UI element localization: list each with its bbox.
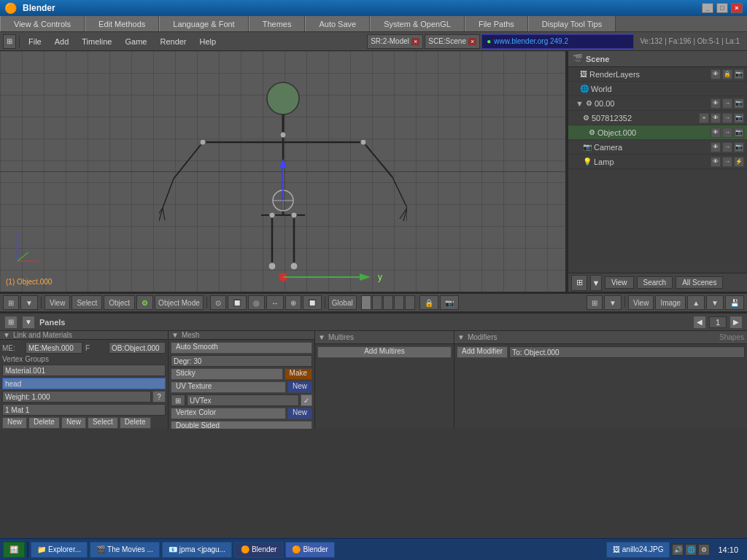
taskbar-blender2[interactable]: 🟠 Blender [285, 542, 334, 558]
menu-file[interactable]: File [23, 36, 47, 47]
taskbar-explorer[interactable]: 📁 Explorer... [31, 542, 88, 558]
page-prev[interactable]: ◀ [693, 316, 706, 329]
vt-view[interactable]: View [44, 295, 71, 310]
vt-pivot[interactable]: ⊙ [210, 295, 226, 310]
sr-dropdown[interactable]: SR:2-Model × [367, 34, 423, 49]
outliner-item-camera[interactable]: 📷 Camera 👁 → 📷 [568, 140, 747, 155]
renderlayers-cam[interactable]: 📷 [734, 69, 744, 79]
degr-input[interactable]: Degr: 30 [171, 355, 312, 367]
mesh-eye[interactable]: 👁 [711, 113, 721, 123]
vc-new-btn[interactable]: New [287, 408, 312, 419]
me-input[interactable]: ME:Mesh.000 [26, 342, 82, 354]
make-btn[interactable]: Make [285, 368, 312, 380]
vg-new-btn[interactable]: New [2, 417, 27, 429]
ot-icon[interactable]: ⊞ [587, 295, 603, 310]
ot-save[interactable]: 💾 [725, 295, 744, 310]
ot-arrow-up[interactable]: ▲ [687, 295, 705, 310]
ot-arrow-down[interactable]: ▼ [706, 295, 724, 310]
weight-input[interactable]: Weight: 1.000 [2, 391, 151, 402]
search-button[interactable]: Search [637, 276, 673, 289]
outliner-item-lamp[interactable]: 💡 Lamp 👁 → ⚡ [568, 155, 747, 169]
vt-mirror[interactable]: ↔ [266, 295, 284, 310]
camera-eye[interactable]: 👁 [711, 142, 721, 152]
tab-auto-save[interactable]: Auto Save [305, 16, 370, 31]
menu-game[interactable]: Game [119, 36, 152, 47]
obj-arrow[interactable]: → [722, 128, 732, 138]
uvtex-input[interactable]: UVTex [187, 394, 299, 406]
tray-icon-3[interactable]: ⚙ [698, 544, 710, 556]
taskbar-mail[interactable]: 📧 jpma <jpagu... [162, 542, 232, 558]
outliner-item-507812352[interactable]: ⚙ 507812352 × 👁 → 📷 [568, 111, 747, 125]
viewport-3d[interactable]: y (1) Object.000 Z X [0, 51, 567, 292]
tray-icon-2[interactable]: 🌐 [685, 544, 697, 556]
lamp-arrow[interactable]: → [722, 157, 732, 167]
layer-btn-5[interactable] [405, 295, 415, 310]
view-button[interactable]: View [605, 276, 634, 289]
modifier-to-input[interactable]: To: Object.000 [509, 346, 745, 358]
ob-input[interactable]: OB:Object.000 [109, 342, 166, 354]
tab-language-font[interactable]: Language & Font [159, 16, 248, 31]
vt-mask[interactable]: 🔲 [303, 295, 322, 310]
action-eye[interactable]: 👁 [711, 98, 721, 109]
panel-expand[interactable]: ▼ [22, 316, 35, 329]
taskbar-tray-item[interactable]: 🖼 anillo24.JPG [606, 542, 670, 558]
outliner-item-object000[interactable]: ⚙ Object.000 👁 → 📷 [568, 125, 747, 140]
menu-render[interactable]: Render [154, 36, 192, 47]
action-arrow[interactable]: → [722, 98, 732, 109]
uvtex-checkbox[interactable]: ✓ [301, 394, 312, 406]
mesh-arrow[interactable]: → [722, 113, 732, 123]
minimize-button[interactable]: _ [702, 3, 713, 13]
sr-close[interactable]: × [411, 38, 419, 45]
uvtex-icon[interactable]: ⊞ [171, 394, 185, 406]
sce-close[interactable]: × [468, 38, 476, 45]
menu-add[interactable]: Add [49, 36, 75, 47]
editor-type-icon[interactable]: ⊞ [3, 34, 16, 49]
lamp-flash[interactable]: ⚡ [734, 157, 744, 167]
outliner-item-world[interactable]: 🌐 World [568, 82, 747, 96]
vg-new2-btn[interactable]: New [61, 417, 86, 429]
close-button[interactable]: × [731, 3, 743, 13]
layer-btn-3[interactable] [383, 295, 393, 310]
start-button[interactable]: 🪟 [3, 542, 25, 558]
taskbar-blender1[interactable]: 🟠 Blender [234, 542, 283, 558]
vt-expand[interactable]: ▼ [20, 295, 38, 310]
outliner-item-0000[interactable]: ▼ ⚙ 00.00 👁 → 📷 [568, 96, 747, 111]
tab-view-controls[interactable]: View & Controls [0, 16, 85, 31]
camera-cam[interactable]: 📷 [734, 142, 744, 152]
mesh-x[interactable]: × [699, 113, 709, 123]
outliner-item-renderlayers[interactable]: 🖼 RenderLayers 👁 🔒 📷 [568, 67, 747, 82]
camera-arrow[interactable]: → [722, 142, 732, 152]
tab-themes[interactable]: Themes [249, 16, 306, 31]
renderlayers-eye[interactable]: 👁 [711, 69, 721, 79]
vt-mode-icon[interactable]: ⚙ [136, 295, 153, 310]
vt-lock[interactable]: 🔒 [419, 295, 438, 310]
action-cam[interactable]: 📷 [734, 98, 744, 109]
vt-mode-dropdown[interactable]: Object Mode [155, 295, 204, 310]
renderlayers-lock[interactable]: 🔒 [722, 69, 732, 79]
tab-system-opengl[interactable]: System & OpenGL [370, 16, 465, 31]
vt-object[interactable]: Object [104, 295, 135, 310]
vertex-color-btn[interactable]: Vertex Color [171, 408, 286, 419]
uv-texture-btn[interactable]: UV Texture [171, 381, 286, 393]
ot-image[interactable]: Image [655, 295, 686, 310]
layer-btn-2[interactable] [372, 295, 382, 310]
obj-cam[interactable]: 📷 [734, 128, 744, 138]
add-modifier-btn[interactable]: Add Modifier [457, 346, 508, 358]
page-next[interactable]: ▶ [729, 316, 743, 329]
mat-num-input[interactable]: 1 Mat 1 [2, 404, 166, 416]
double-sided-btn[interactable]: Double Sided [171, 421, 312, 429]
tab-display-tooltips[interactable]: Display Tool Tips [528, 16, 616, 31]
layer-btn-1[interactable] [361, 295, 371, 310]
vt-snap[interactable]: 🔲 [228, 295, 247, 310]
vt-camera[interactable]: 📷 [440, 295, 459, 310]
mesh-cam[interactable]: 📷 [734, 113, 744, 123]
auto-smooth-btn[interactable]: Auto Smooth [171, 342, 312, 354]
layer-btn-4[interactable] [394, 295, 404, 310]
tray-icon-1[interactable]: 🔊 [672, 544, 684, 556]
obj-eye[interactable]: 👁 [711, 128, 721, 138]
sticky-btn[interactable]: Sticky [171, 368, 283, 380]
vg-delete-btn[interactable]: Delete [28, 417, 60, 429]
panel-icon[interactable]: ⊞ [4, 316, 18, 329]
vt-transform[interactable]: ⊕ [285, 295, 301, 310]
vt-icon[interactable]: ⊞ [3, 295, 19, 310]
